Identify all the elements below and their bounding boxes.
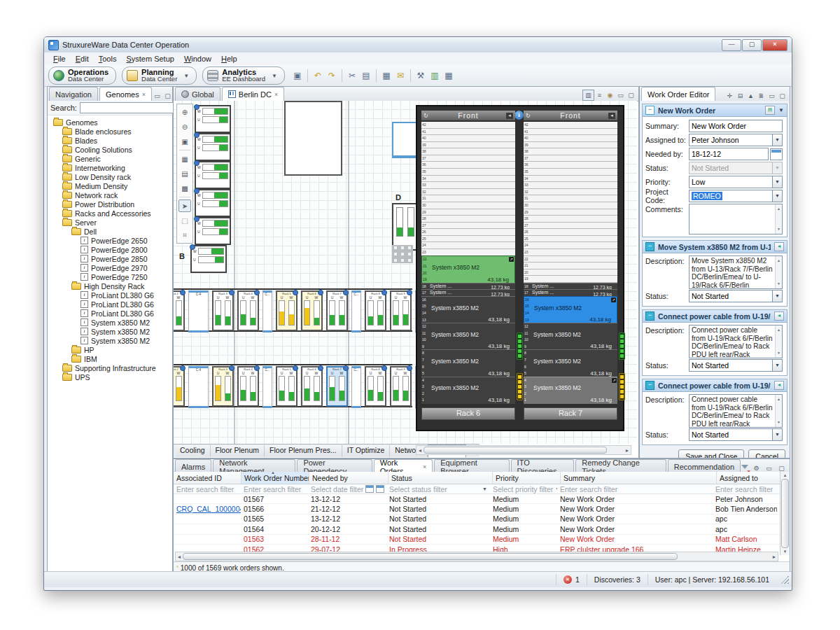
- section-header[interactable]: − New Work Order ▤ ▼: [643, 104, 787, 117]
- floorplan-canvas[interactable]: D B WUWUWUWUWUWU Rack 2UWC-4Rack 3UWRack…: [174, 101, 637, 444]
- table-row[interactable]: 0156713-12-12Not StartedMediumNew Work O…: [174, 494, 780, 504]
- floorplan-rack[interactable]: Rack 3UW: [212, 290, 234, 331]
- floorplan-rack[interactable]: Rack 6UW: [301, 366, 323, 407]
- column-header-needed-by[interactable]: Needed by: [309, 472, 388, 484]
- filter-input[interactable]: Select status filter▼: [386, 484, 490, 493]
- minimize-button[interactable]: —: [722, 39, 741, 51]
- chevron-down-icon[interactable]: ▼: [773, 428, 783, 441]
- tab-global[interactable]: Global: [175, 87, 220, 101]
- floorplan-rack-vertical[interactable]: WU: [195, 217, 231, 245]
- collapse-view-icon[interactable]: ◄: [608, 113, 615, 119]
- floorplan-rack[interactable]: Rack 2UW: [174, 366, 185, 407]
- floorplan-rack[interactable]: Rack 6UW: [301, 290, 323, 331]
- tree-item[interactable]: Generic: [48, 154, 172, 163]
- minimize-panel-icon[interactable]: ▭: [766, 91, 777, 101]
- tree-item[interactable]: Internetworking: [48, 163, 172, 172]
- floorplan-rack-vertical[interactable]: WU: [195, 133, 231, 161]
- rack-equipment-block[interactable]: 16151413System x3850 M243,18 kg: [421, 296, 515, 323]
- menu-file[interactable]: File: [48, 54, 71, 64]
- tree-item[interactable]: Low Density rack: [48, 172, 172, 181]
- floorplan-corridor[interactable]: C-4: [188, 366, 209, 408]
- tab-work-order-editor[interactable]: Work Order Editor: [641, 87, 715, 101]
- image-icon[interactable]: ▤: [178, 167, 191, 180]
- power-path-icon[interactable]: ◉: [605, 90, 615, 100]
- rotate-icon[interactable]: ↻: [526, 113, 533, 119]
- floorplan-rack[interactable]: Rack 8UW: [365, 366, 386, 407]
- tree-item[interactable]: High Density Rack: [48, 281, 172, 290]
- scroll-right-icon[interactable]: ►: [771, 554, 778, 559]
- menu-system-setup[interactable]: System Setup: [121, 54, 178, 64]
- table-vscrollbar[interactable]: ▲▼: [780, 472, 790, 555]
- tree-item[interactable]: iProLiant DL380 G6: [48, 309, 172, 318]
- calendar-icon[interactable]: [770, 148, 783, 160]
- tree-item[interactable]: Medium Density: [48, 181, 172, 190]
- link-icon[interactable]: ⚒: [414, 69, 428, 83]
- tree-item[interactable]: Blade enclosures: [48, 127, 172, 136]
- tab-equipment-browser[interactable]: Equipment Browser: [434, 459, 509, 473]
- tab-genomes[interactable]: Genomes×: [99, 87, 152, 101]
- chevron-down-icon[interactable]: ▼: [773, 176, 783, 188]
- maximize-button[interactable]: ▢: [742, 39, 762, 51]
- filter-input[interactable]: Enter search filter: [241, 484, 308, 493]
- zoom-in-icon[interactable]: ⊕: [178, 106, 191, 118]
- close-tab-icon[interactable]: ×: [142, 91, 146, 98]
- section-header[interactable]: −Connect power cable from U-19/Rack 6/F/…: [643, 379, 787, 392]
- collapse-section-icon[interactable]: −: [645, 312, 654, 321]
- chevron-down-icon[interactable]: ▼: [183, 73, 189, 79]
- description-textarea[interactable]: Connect power cable from U-19/Rack 6/F/B…: [689, 325, 783, 358]
- tree-item[interactable]: iPowerEdge 7250: [48, 272, 172, 281]
- column-header-summary[interactable]: Summary: [561, 472, 717, 484]
- rack-equipment-block[interactable]: 8765System x3850 M243,18 kg: [524, 349, 617, 377]
- tree-item[interactable]: Network rack: [48, 190, 172, 200]
- maximize-panel-icon[interactable]: ▢: [162, 91, 173, 101]
- floorplan-corridor[interactable]: C...: [262, 290, 272, 332]
- chevron-down-icon[interactable]: ▼: [773, 359, 783, 372]
- tree-item[interactable]: iSystem x3850 M2: [48, 318, 172, 327]
- floorplan-corridor[interactable]: C-4: [188, 290, 209, 332]
- rack-equipment-block[interactable]: 4321System x3850 M243,18 kg: [421, 377, 515, 404]
- floorplan-rack[interactable]: Rack 5UW: [276, 290, 298, 331]
- add-rect-icon[interactable]: ⬚: [178, 214, 191, 227]
- scroll-to-top-icon[interactable]: ▲: [746, 91, 756, 101]
- task-status-combo[interactable]: Not Started: [689, 290, 773, 302]
- rotate-icon[interactable]: ↻: [424, 113, 430, 119]
- task-status-combo[interactable]: Not Started: [689, 428, 773, 441]
- close-button[interactable]: ×: [762, 39, 788, 51]
- scroll-left-icon[interactable]: ◄: [416, 448, 424, 453]
- floorplan-rack-vertical[interactable]: WU: [195, 105, 231, 133]
- analytics-perspective-button[interactable]: AnalyticsEE Dashboard ▼: [202, 66, 285, 85]
- floorplan-corridor[interactable]: C...: [351, 366, 361, 408]
- rack-view-header[interactable]: ↻Front◄: [524, 111, 617, 120]
- planning-perspective-button[interactable]: PlanningData Center ▼: [122, 66, 197, 85]
- tree-item[interactable]: Blades: [48, 136, 172, 145]
- floorplan-rack-vertical[interactable]: WU: [195, 161, 231, 189]
- save-icon[interactable]: ▣: [290, 69, 304, 83]
- filter-input[interactable]: Enter search filter: [174, 484, 241, 493]
- column-header-status[interactable]: Status: [388, 472, 493, 484]
- rack-equipment-block[interactable]: 4321System x3850 M243,18 kg↗: [524, 377, 617, 404]
- navigate-to-task-icon[interactable]: ◄: [774, 312, 784, 321]
- scroll-left-icon[interactable]: ◄: [176, 554, 183, 559]
- tree-item[interactable]: IBM: [48, 354, 172, 363]
- tab-network-management[interactable]: Network Management: [213, 459, 295, 473]
- title-bar[interactable]: StruxureWare Data Center Operation — ▢ ×: [44, 37, 792, 53]
- collapse-section-icon[interactable]: −: [645, 381, 654, 390]
- minimize-panel-icon[interactable]: ▭: [615, 90, 626, 100]
- floorplan-rack[interactable]: Rack 4UW: [237, 366, 259, 407]
- mail-icon[interactable]: ✉: [393, 69, 407, 83]
- zoom-out-icon[interactable]: ⊖: [178, 120, 191, 133]
- column-header-assigned-to[interactable]: Assigned to: [717, 472, 780, 484]
- floorplan-rack[interactable]: Rack 7UW: [326, 290, 348, 331]
- menu-help[interactable]: Help: [216, 54, 242, 64]
- needed-by-field[interactable]: 18-12-12: [689, 148, 769, 160]
- chevron-down-icon[interactable]: ▼: [272, 73, 277, 79]
- tab-recommendation[interactable]: Recommendation: [668, 459, 741, 473]
- tab-alarms[interactable]: Alarms: [175, 459, 211, 473]
- view-tab-floor-plenum[interactable]: Floor Plenum: [211, 445, 265, 457]
- operations-perspective-button[interactable]: OperationsData Center: [48, 66, 116, 85]
- floorplan-rack[interactable]: Rack 7UW: [326, 366, 348, 407]
- description-textarea[interactable]: Move System x3850 M2 from U-13/Rack 7/F/…: [689, 255, 783, 289]
- rack-overlay-hscrollbar[interactable]: ◄ ►: [416, 445, 631, 455]
- assigned-to-combo[interactable]: Peter Johnson: [689, 134, 773, 146]
- close-tab-icon[interactable]: ×: [423, 463, 426, 470]
